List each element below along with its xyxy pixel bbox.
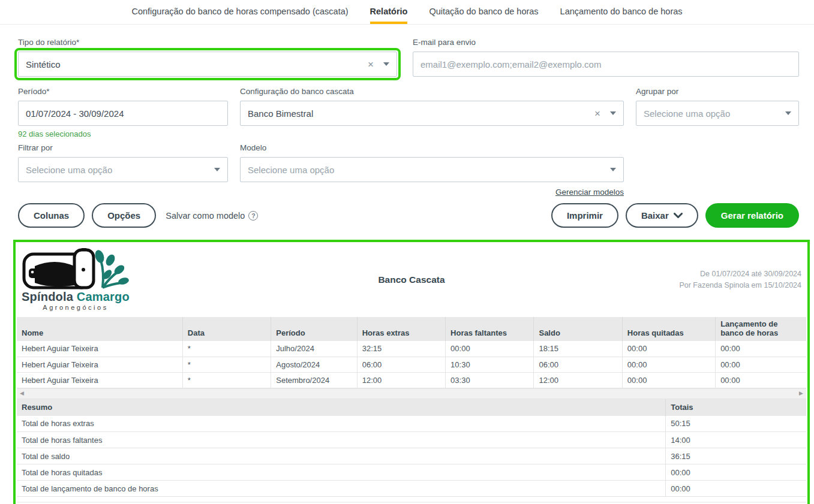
col-horas-extras: Horas extras <box>357 317 445 341</box>
scroll-right-icon[interactable]: ▶ <box>799 391 803 396</box>
col-periodo: Período <box>271 317 357 341</box>
periodo-label: Período* <box>18 87 228 96</box>
tipo-relatorio-value: Sintético <box>26 59 368 70</box>
agrupar-por-field: Agrupar por Selecione uma opção <box>636 87 799 126</box>
tipo-relatorio-select[interactable]: Sintético × <box>18 52 397 77</box>
report-panel: Spíndola Camargo Agronegócios Banco Casc… <box>13 240 810 504</box>
agrupar-por-placeholder: Selecione uma opção <box>644 108 785 119</box>
report-meta-period: De 01/07/2024 até 30/09/2024 <box>445 268 801 280</box>
config-banco-label: Configuração do banco cascata <box>240 87 624 96</box>
gerenciar-modelos-link[interactable]: Gerenciar modelos <box>555 188 624 197</box>
report-header: Spíndola Camargo Agronegócios Banco Casc… <box>17 246 806 317</box>
config-banco-field: Configuração do banco cascata Banco Bime… <box>240 87 624 126</box>
agrupar-por-select[interactable]: Selecione uma opção <box>636 101 799 126</box>
periodo-input[interactable] <box>26 108 220 119</box>
report-form: Tipo do relatório* Sintético × E-mail pa… <box>0 25 814 197</box>
logo-company-name: Spíndola Camargo <box>22 290 163 304</box>
cow-plant-logo-icon <box>22 248 130 291</box>
email-input-wrapper <box>413 52 799 77</box>
filtrar-por-placeholder: Selecione uma opção <box>26 165 214 175</box>
modelo-field: Modelo Selecione uma opção Gerenciar mod… <box>240 143 624 197</box>
summary-row: Total de horas faltantes14:00 <box>17 432 806 448</box>
summary-row: Total de saldo36:15 <box>17 448 806 464</box>
report-title: Banco Cascata <box>378 274 444 285</box>
gerar-relatorio-button[interactable]: Gerar relatório <box>705 203 799 228</box>
baixar-label: Baixar <box>641 210 669 221</box>
imprimir-button[interactable]: Imprimir <box>551 203 618 228</box>
clear-icon[interactable]: × <box>368 59 374 70</box>
modelo-label: Modelo <box>240 143 624 152</box>
dias-selecionados-text: 92 dias selecionados <box>18 129 228 138</box>
col-horas-faltantes: Horas faltantes <box>446 317 534 341</box>
col-totais: Totais <box>666 399 806 416</box>
filtrar-por-label: Filtrar por <box>18 143 228 152</box>
periodo-field: Período* 92 dias selecionados <box>18 87 228 138</box>
summary-header-row: Resumo Totais <box>17 399 806 416</box>
tipo-relatorio-field: Tipo do relatório* Sintético × <box>18 38 397 77</box>
tab-relatorio[interactable]: Relatório <box>370 7 408 24</box>
tab-configuracao-banco[interactable]: Configuração do banco de horas compensad… <box>131 7 348 24</box>
report-meta: De 01/07/2024 até 30/09/2024 Por Fazenda… <box>445 268 801 291</box>
tab-lancamento-banco[interactable]: Lançamento do banco de horas <box>560 7 683 24</box>
table-row: Hebert Aguiar Teixeira* Agosto/202406:00… <box>17 357 806 372</box>
logo-subtitle: Agronegócios <box>22 304 130 311</box>
email-input[interactable] <box>420 59 791 70</box>
company-logo: Spíndola Camargo Agronegócios <box>22 248 163 311</box>
col-nome: Nome <box>17 317 182 341</box>
opcoes-button[interactable]: Opções <box>92 203 156 228</box>
salvar-como-modelo[interactable]: Salvar como modelo ? <box>166 211 258 221</box>
chevron-down-icon[interactable] <box>610 168 616 171</box>
chevron-down-icon[interactable] <box>214 168 220 171</box>
table-row: Hebert Aguiar Teixeira* Setembro/202412:… <box>17 372 806 388</box>
tab-quitacao-banco[interactable]: Quitação do banco de horas <box>429 7 538 24</box>
col-horas-quitadas: Horas quitadas <box>622 317 715 341</box>
summary-table: Resumo Totais Total de horas extras50:15… <box>17 399 806 497</box>
summary-row: Total de horas extras50:15 <box>17 416 806 432</box>
actions-row: Colunas Opções Salvar como modelo ? Impr… <box>0 197 814 228</box>
config-banco-value: Banco Bimestral <box>248 108 594 119</box>
report-footer-divider <box>17 502 806 504</box>
baixar-button[interactable]: Baixar <box>626 203 698 228</box>
config-banco-select[interactable]: Banco Bimestral × <box>240 101 624 126</box>
help-icon[interactable]: ? <box>248 211 258 221</box>
chevron-down-icon[interactable] <box>610 111 616 115</box>
filtrar-por-select[interactable]: Selecione uma opção <box>18 157 228 182</box>
table-row: Hebert Aguiar Teixeira* Julho/202432:15 … <box>17 341 806 357</box>
report-meta-author: Por Fazenda Spinola em 15/10/2024 <box>445 280 801 291</box>
chevron-down-icon <box>674 213 683 219</box>
chevron-down-icon[interactable] <box>785 111 791 115</box>
report-table: Nome Data Período Horas extras Horas fal… <box>17 317 806 388</box>
tab-bar: Configuração do banco de horas compensad… <box>0 0 814 25</box>
email-field-group: E-mail para envio <box>413 38 799 77</box>
modelo-placeholder: Selecione uma opção <box>248 165 610 175</box>
summary-row: Total de horas quitadas00:00 <box>17 464 806 481</box>
col-data: Data <box>182 317 271 341</box>
chevron-down-icon[interactable] <box>383 62 389 66</box>
clear-icon[interactable]: × <box>594 108 600 119</box>
table-header-row: Nome Data Período Horas extras Horas fal… <box>17 317 806 341</box>
col-lancamento: Lançamento de banco de horas <box>716 317 806 341</box>
horizontal-scrollbar[interactable]: ◀ ▶ <box>17 388 806 399</box>
email-label: E-mail para envio <box>413 38 799 47</box>
periodo-input-wrapper <box>18 101 228 126</box>
colunas-button[interactable]: Colunas <box>18 203 85 228</box>
agrupar-por-label: Agrupar por <box>636 87 799 96</box>
col-saldo: Saldo <box>534 317 622 341</box>
logo-name-b: Camargo <box>77 290 130 303</box>
filtrar-por-field: Filtrar por Selecione uma opção <box>18 143 228 182</box>
scroll-left-icon[interactable]: ◀ <box>20 391 24 396</box>
tipo-relatorio-label: Tipo do relatório* <box>18 38 397 47</box>
logo-name-a: Spíndola <box>22 290 73 303</box>
col-resumo: Resumo <box>17 399 666 416</box>
summary-row: Total de lançamento de banco de horas00:… <box>17 481 806 497</box>
modelo-select[interactable]: Selecione uma opção <box>240 157 624 182</box>
salvar-como-modelo-label: Salvar como modelo <box>166 211 245 221</box>
